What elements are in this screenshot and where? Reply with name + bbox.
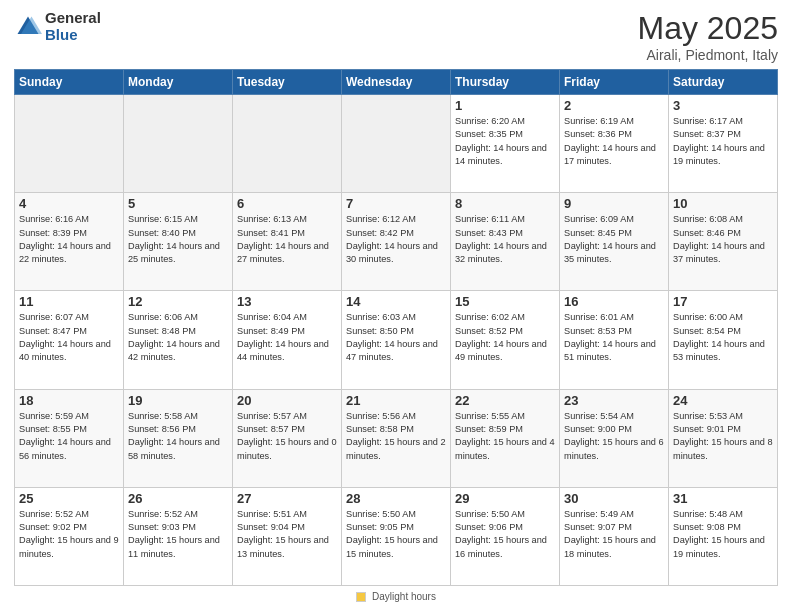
day-info: Sunrise: 5:58 AM Sunset: 8:56 PM Dayligh…: [128, 410, 228, 463]
day-info: Sunrise: 5:51 AM Sunset: 9:04 PM Dayligh…: [237, 508, 337, 561]
day-number: 12: [128, 294, 228, 309]
day-cell: 1Sunrise: 6:20 AM Sunset: 8:35 PM Daylig…: [451, 95, 560, 193]
day-info: Sunrise: 6:07 AM Sunset: 8:47 PM Dayligh…: [19, 311, 119, 364]
col-wednesday: Wednesday: [342, 70, 451, 95]
day-cell: 11Sunrise: 6:07 AM Sunset: 8:47 PM Dayli…: [15, 291, 124, 389]
day-info: Sunrise: 5:48 AM Sunset: 9:08 PM Dayligh…: [673, 508, 773, 561]
footer: Daylight hours: [14, 591, 778, 602]
day-cell: [124, 95, 233, 193]
day-number: 3: [673, 98, 773, 113]
day-number: 19: [128, 393, 228, 408]
subtitle: Airali, Piedmont, Italy: [637, 47, 778, 63]
day-info: Sunrise: 6:20 AM Sunset: 8:35 PM Dayligh…: [455, 115, 555, 168]
col-monday: Monday: [124, 70, 233, 95]
day-cell: 28Sunrise: 5:50 AM Sunset: 9:05 PM Dayli…: [342, 487, 451, 585]
page: General Blue May 2025 Airali, Piedmont, …: [0, 0, 792, 612]
day-number: 4: [19, 196, 119, 211]
col-friday: Friday: [560, 70, 669, 95]
week-row-3: 11Sunrise: 6:07 AM Sunset: 8:47 PM Dayli…: [15, 291, 778, 389]
day-cell: 17Sunrise: 6:00 AM Sunset: 8:54 PM Dayli…: [669, 291, 778, 389]
day-number: 24: [673, 393, 773, 408]
day-number: 30: [564, 491, 664, 506]
day-cell: 23Sunrise: 5:54 AM Sunset: 9:00 PM Dayli…: [560, 389, 669, 487]
day-cell: 27Sunrise: 5:51 AM Sunset: 9:04 PM Dayli…: [233, 487, 342, 585]
col-sunday: Sunday: [15, 70, 124, 95]
day-number: 31: [673, 491, 773, 506]
daylight-label: Daylight hours: [372, 591, 436, 602]
day-cell: 8Sunrise: 6:11 AM Sunset: 8:43 PM Daylig…: [451, 193, 560, 291]
day-info: Sunrise: 6:02 AM Sunset: 8:52 PM Dayligh…: [455, 311, 555, 364]
col-tuesday: Tuesday: [233, 70, 342, 95]
day-info: Sunrise: 6:01 AM Sunset: 8:53 PM Dayligh…: [564, 311, 664, 364]
day-number: 17: [673, 294, 773, 309]
day-info: Sunrise: 5:50 AM Sunset: 9:05 PM Dayligh…: [346, 508, 446, 561]
day-info: Sunrise: 6:13 AM Sunset: 8:41 PM Dayligh…: [237, 213, 337, 266]
day-info: Sunrise: 6:15 AM Sunset: 8:40 PM Dayligh…: [128, 213, 228, 266]
week-row-5: 25Sunrise: 5:52 AM Sunset: 9:02 PM Dayli…: [15, 487, 778, 585]
day-cell: 5Sunrise: 6:15 AM Sunset: 8:40 PM Daylig…: [124, 193, 233, 291]
day-info: Sunrise: 6:19 AM Sunset: 8:36 PM Dayligh…: [564, 115, 664, 168]
day-info: Sunrise: 5:57 AM Sunset: 8:57 PM Dayligh…: [237, 410, 337, 463]
day-info: Sunrise: 6:00 AM Sunset: 8:54 PM Dayligh…: [673, 311, 773, 364]
day-cell: 26Sunrise: 5:52 AM Sunset: 9:03 PM Dayli…: [124, 487, 233, 585]
day-cell: 18Sunrise: 5:59 AM Sunset: 8:55 PM Dayli…: [15, 389, 124, 487]
day-number: 2: [564, 98, 664, 113]
day-number: 18: [19, 393, 119, 408]
day-number: 26: [128, 491, 228, 506]
day-cell: 10Sunrise: 6:08 AM Sunset: 8:46 PM Dayli…: [669, 193, 778, 291]
day-cell: 19Sunrise: 5:58 AM Sunset: 8:56 PM Dayli…: [124, 389, 233, 487]
day-number: 5: [128, 196, 228, 211]
day-cell: [15, 95, 124, 193]
day-cell: 6Sunrise: 6:13 AM Sunset: 8:41 PM Daylig…: [233, 193, 342, 291]
day-cell: 29Sunrise: 5:50 AM Sunset: 9:06 PM Dayli…: [451, 487, 560, 585]
day-number: 8: [455, 196, 555, 211]
day-number: 20: [237, 393, 337, 408]
day-number: 16: [564, 294, 664, 309]
day-info: Sunrise: 6:08 AM Sunset: 8:46 PM Dayligh…: [673, 213, 773, 266]
day-number: 9: [564, 196, 664, 211]
day-cell: 22Sunrise: 5:55 AM Sunset: 8:59 PM Dayli…: [451, 389, 560, 487]
day-info: Sunrise: 6:17 AM Sunset: 8:37 PM Dayligh…: [673, 115, 773, 168]
logo-blue: Blue: [45, 27, 101, 44]
day-cell: 9Sunrise: 6:09 AM Sunset: 8:45 PM Daylig…: [560, 193, 669, 291]
day-number: 13: [237, 294, 337, 309]
day-cell: 2Sunrise: 6:19 AM Sunset: 8:36 PM Daylig…: [560, 95, 669, 193]
day-cell: 15Sunrise: 6:02 AM Sunset: 8:52 PM Dayli…: [451, 291, 560, 389]
day-cell: 30Sunrise: 5:49 AM Sunset: 9:07 PM Dayli…: [560, 487, 669, 585]
day-cell: [233, 95, 342, 193]
week-row-2: 4Sunrise: 6:16 AM Sunset: 8:39 PM Daylig…: [15, 193, 778, 291]
title-block: May 2025 Airali, Piedmont, Italy: [637, 10, 778, 63]
day-info: Sunrise: 6:06 AM Sunset: 8:48 PM Dayligh…: [128, 311, 228, 364]
week-row-4: 18Sunrise: 5:59 AM Sunset: 8:55 PM Dayli…: [15, 389, 778, 487]
day-cell: 14Sunrise: 6:03 AM Sunset: 8:50 PM Dayli…: [342, 291, 451, 389]
day-info: Sunrise: 6:04 AM Sunset: 8:49 PM Dayligh…: [237, 311, 337, 364]
col-thursday: Thursday: [451, 70, 560, 95]
day-info: Sunrise: 6:12 AM Sunset: 8:42 PM Dayligh…: [346, 213, 446, 266]
day-cell: 13Sunrise: 6:04 AM Sunset: 8:49 PM Dayli…: [233, 291, 342, 389]
day-cell: 16Sunrise: 6:01 AM Sunset: 8:53 PM Dayli…: [560, 291, 669, 389]
day-cell: 12Sunrise: 6:06 AM Sunset: 8:48 PM Dayli…: [124, 291, 233, 389]
day-number: 23: [564, 393, 664, 408]
day-info: Sunrise: 5:55 AM Sunset: 8:59 PM Dayligh…: [455, 410, 555, 463]
day-cell: 25Sunrise: 5:52 AM Sunset: 9:02 PM Dayli…: [15, 487, 124, 585]
logo-general: General: [45, 10, 101, 27]
logo-icon: [14, 13, 42, 41]
day-cell: [342, 95, 451, 193]
day-cell: 4Sunrise: 6:16 AM Sunset: 8:39 PM Daylig…: [15, 193, 124, 291]
logo: General Blue: [14, 10, 101, 43]
day-number: 28: [346, 491, 446, 506]
header: General Blue May 2025 Airali, Piedmont, …: [14, 10, 778, 63]
day-info: Sunrise: 5:56 AM Sunset: 8:58 PM Dayligh…: [346, 410, 446, 463]
day-info: Sunrise: 5:52 AM Sunset: 9:03 PM Dayligh…: [128, 508, 228, 561]
day-number: 22: [455, 393, 555, 408]
day-cell: 24Sunrise: 5:53 AM Sunset: 9:01 PM Dayli…: [669, 389, 778, 487]
header-row: Sunday Monday Tuesday Wednesday Thursday…: [15, 70, 778, 95]
week-row-1: 1Sunrise: 6:20 AM Sunset: 8:35 PM Daylig…: [15, 95, 778, 193]
month-title: May 2025: [637, 10, 778, 47]
day-number: 29: [455, 491, 555, 506]
daylight-dot: [356, 592, 366, 602]
day-info: Sunrise: 6:16 AM Sunset: 8:39 PM Dayligh…: [19, 213, 119, 266]
day-info: Sunrise: 6:09 AM Sunset: 8:45 PM Dayligh…: [564, 213, 664, 266]
day-info: Sunrise: 5:49 AM Sunset: 9:07 PM Dayligh…: [564, 508, 664, 561]
day-number: 1: [455, 98, 555, 113]
